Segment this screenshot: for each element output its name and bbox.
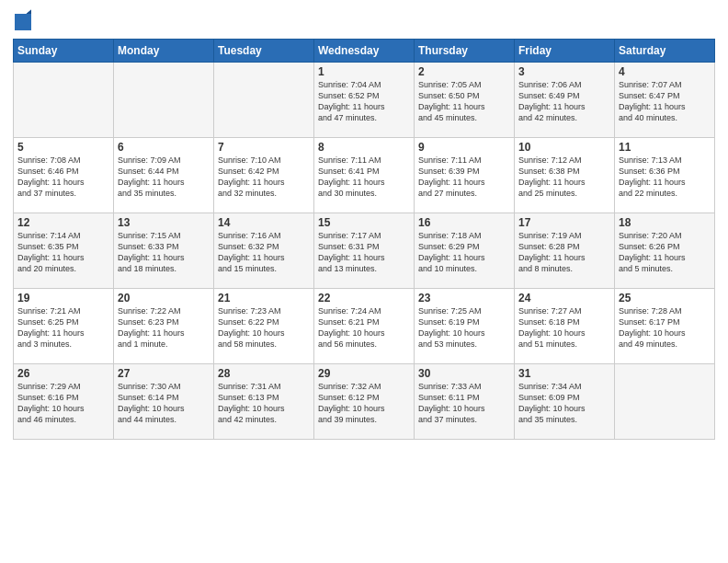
day-info: Sunrise: 7:08 AM Sunset: 6:46 PM Dayligh… bbox=[17, 155, 109, 200]
day-number: 19 bbox=[17, 292, 109, 304]
day-cell: 18Sunrise: 7:20 AM Sunset: 6:26 PM Dayli… bbox=[615, 213, 715, 289]
day-number: 5 bbox=[17, 141, 109, 154]
day-info: Sunrise: 7:33 AM Sunset: 6:11 PM Dayligh… bbox=[418, 381, 510, 426]
week-row-4: 19Sunrise: 7:21 AM Sunset: 6:25 PM Dayli… bbox=[14, 289, 715, 364]
day-header-monday: Monday bbox=[114, 40, 214, 63]
day-cell: 24Sunrise: 7:27 AM Sunset: 6:18 PM Dayli… bbox=[515, 289, 615, 364]
day-number: 10 bbox=[518, 141, 610, 154]
day-cell: 10Sunrise: 7:12 AM Sunset: 6:38 PM Dayli… bbox=[515, 138, 615, 213]
day-cell bbox=[114, 63, 214, 138]
day-cell: 5Sunrise: 7:08 AM Sunset: 6:46 PM Daylig… bbox=[14, 138, 114, 213]
day-cell: 25Sunrise: 7:28 AM Sunset: 6:17 PM Dayli… bbox=[615, 289, 715, 364]
day-number: 22 bbox=[318, 292, 410, 304]
day-info: Sunrise: 7:25 AM Sunset: 6:19 PM Dayligh… bbox=[418, 305, 510, 350]
days-header-row: SundayMondayTuesdayWednesdayThursdayFrid… bbox=[14, 40, 715, 63]
day-number: 21 bbox=[218, 292, 310, 304]
day-info: Sunrise: 7:17 AM Sunset: 6:31 PM Dayligh… bbox=[318, 230, 410, 275]
calendar-table: SundayMondayTuesdayWednesdayThursdayFrid… bbox=[13, 39, 715, 440]
day-number: 26 bbox=[17, 367, 109, 380]
day-number: 4 bbox=[619, 65, 711, 78]
day-number: 20 bbox=[118, 292, 210, 304]
day-info: Sunrise: 7:19 AM Sunset: 6:28 PM Dayligh… bbox=[518, 230, 610, 275]
day-cell: 19Sunrise: 7:21 AM Sunset: 6:25 PM Dayli… bbox=[14, 289, 114, 364]
day-info: Sunrise: 7:18 AM Sunset: 6:29 PM Dayligh… bbox=[418, 230, 510, 275]
day-info: Sunrise: 7:16 AM Sunset: 6:32 PM Dayligh… bbox=[218, 230, 310, 275]
day-info: Sunrise: 7:31 AM Sunset: 6:13 PM Dayligh… bbox=[218, 381, 310, 426]
day-number: 18 bbox=[619, 216, 711, 229]
day-cell: 22Sunrise: 7:24 AM Sunset: 6:21 PM Dayli… bbox=[314, 289, 415, 364]
day-info: Sunrise: 7:24 AM Sunset: 6:21 PM Dayligh… bbox=[318, 305, 410, 350]
day-info: Sunrise: 7:13 AM Sunset: 6:36 PM Dayligh… bbox=[619, 155, 711, 200]
day-cell bbox=[214, 63, 314, 138]
day-info: Sunrise: 7:22 AM Sunset: 6:23 PM Dayligh… bbox=[118, 305, 210, 350]
header bbox=[13, 9, 715, 35]
day-number: 11 bbox=[619, 141, 711, 154]
day-header-saturday: Saturday bbox=[615, 40, 715, 63]
logo bbox=[13, 9, 34, 35]
day-info: Sunrise: 7:27 AM Sunset: 6:18 PM Dayligh… bbox=[518, 305, 610, 350]
day-header-sunday: Sunday bbox=[14, 40, 114, 63]
day-number: 6 bbox=[118, 141, 210, 154]
day-info: Sunrise: 7:15 AM Sunset: 6:33 PM Dayligh… bbox=[118, 230, 210, 275]
day-number: 28 bbox=[218, 367, 310, 380]
day-cell bbox=[14, 63, 114, 138]
day-cell: 9Sunrise: 7:11 AM Sunset: 6:39 PM Daylig… bbox=[415, 138, 515, 213]
day-cell: 15Sunrise: 7:17 AM Sunset: 6:31 PM Dayli… bbox=[314, 213, 415, 289]
day-number: 27 bbox=[118, 367, 210, 380]
day-number: 12 bbox=[17, 216, 109, 229]
day-info: Sunrise: 7:28 AM Sunset: 6:17 PM Dayligh… bbox=[619, 305, 711, 350]
day-cell: 4Sunrise: 7:07 AM Sunset: 6:47 PM Daylig… bbox=[615, 63, 715, 138]
day-number: 9 bbox=[418, 141, 510, 154]
day-number: 24 bbox=[518, 292, 610, 304]
day-cell: 31Sunrise: 7:34 AM Sunset: 6:09 PM Dayli… bbox=[515, 364, 615, 440]
day-info: Sunrise: 7:30 AM Sunset: 6:14 PM Dayligh… bbox=[118, 381, 210, 426]
day-number: 17 bbox=[518, 216, 610, 229]
day-number: 1 bbox=[318, 65, 410, 78]
day-cell: 11Sunrise: 7:13 AM Sunset: 6:36 PM Dayli… bbox=[615, 138, 715, 213]
day-info: Sunrise: 7:06 AM Sunset: 6:49 PM Dayligh… bbox=[518, 79, 610, 124]
day-cell: 26Sunrise: 7:29 AM Sunset: 6:16 PM Dayli… bbox=[14, 364, 114, 440]
day-info: Sunrise: 7:29 AM Sunset: 6:16 PM Dayligh… bbox=[17, 381, 109, 426]
day-cell: 17Sunrise: 7:19 AM Sunset: 6:28 PM Dayli… bbox=[515, 213, 615, 289]
day-info: Sunrise: 7:10 AM Sunset: 6:42 PM Dayligh… bbox=[218, 155, 310, 200]
day-number: 30 bbox=[418, 367, 510, 380]
day-number: 16 bbox=[418, 216, 510, 229]
day-header-tuesday: Tuesday bbox=[214, 40, 314, 63]
day-cell: 3Sunrise: 7:06 AM Sunset: 6:49 PM Daylig… bbox=[515, 63, 615, 138]
day-cell: 29Sunrise: 7:32 AM Sunset: 6:12 PM Dayli… bbox=[314, 364, 415, 440]
day-number: 31 bbox=[518, 367, 610, 380]
day-info: Sunrise: 7:34 AM Sunset: 6:09 PM Dayligh… bbox=[518, 381, 610, 426]
day-number: 25 bbox=[619, 292, 711, 304]
day-cell: 7Sunrise: 7:10 AM Sunset: 6:42 PM Daylig… bbox=[214, 138, 314, 213]
day-cell: 12Sunrise: 7:14 AM Sunset: 6:35 PM Dayli… bbox=[14, 213, 114, 289]
day-info: Sunrise: 7:21 AM Sunset: 6:25 PM Dayligh… bbox=[17, 305, 109, 350]
day-info: Sunrise: 7:23 AM Sunset: 6:22 PM Dayligh… bbox=[218, 305, 310, 350]
day-header-thursday: Thursday bbox=[415, 40, 515, 63]
day-header-wednesday: Wednesday bbox=[314, 40, 415, 63]
day-number: 3 bbox=[518, 65, 610, 78]
week-row-1: 1Sunrise: 7:04 AM Sunset: 6:52 PM Daylig… bbox=[14, 63, 715, 138]
day-header-friday: Friday bbox=[515, 40, 615, 63]
day-cell: 13Sunrise: 7:15 AM Sunset: 6:33 PM Dayli… bbox=[114, 213, 214, 289]
day-number: 7 bbox=[218, 141, 310, 154]
day-cell: 6Sunrise: 7:09 AM Sunset: 6:44 PM Daylig… bbox=[114, 138, 214, 213]
day-cell: 8Sunrise: 7:11 AM Sunset: 6:41 PM Daylig… bbox=[314, 138, 415, 213]
page-container: SundayMondayTuesdayWednesdayThursdayFrid… bbox=[0, 0, 728, 447]
day-info: Sunrise: 7:11 AM Sunset: 6:39 PM Dayligh… bbox=[418, 155, 510, 200]
day-cell bbox=[615, 364, 715, 440]
day-info: Sunrise: 7:07 AM Sunset: 6:47 PM Dayligh… bbox=[619, 79, 711, 124]
logo-icon bbox=[15, 9, 31, 35]
day-cell: 27Sunrise: 7:30 AM Sunset: 6:14 PM Dayli… bbox=[114, 364, 214, 440]
day-info: Sunrise: 7:05 AM Sunset: 6:50 PM Dayligh… bbox=[418, 79, 510, 124]
day-info: Sunrise: 7:12 AM Sunset: 6:38 PM Dayligh… bbox=[518, 155, 610, 200]
day-number: 13 bbox=[118, 216, 210, 229]
day-info: Sunrise: 7:11 AM Sunset: 6:41 PM Dayligh… bbox=[318, 155, 410, 200]
day-number: 8 bbox=[318, 141, 410, 154]
day-cell: 23Sunrise: 7:25 AM Sunset: 6:19 PM Dayli… bbox=[415, 289, 515, 364]
day-info: Sunrise: 7:09 AM Sunset: 6:44 PM Dayligh… bbox=[118, 155, 210, 200]
day-info: Sunrise: 7:32 AM Sunset: 6:12 PM Dayligh… bbox=[318, 381, 410, 426]
day-info: Sunrise: 7:14 AM Sunset: 6:35 PM Dayligh… bbox=[17, 230, 109, 275]
day-cell: 1Sunrise: 7:04 AM Sunset: 6:52 PM Daylig… bbox=[314, 63, 415, 138]
day-number: 14 bbox=[218, 216, 310, 229]
week-row-3: 12Sunrise: 7:14 AM Sunset: 6:35 PM Dayli… bbox=[14, 213, 715, 289]
